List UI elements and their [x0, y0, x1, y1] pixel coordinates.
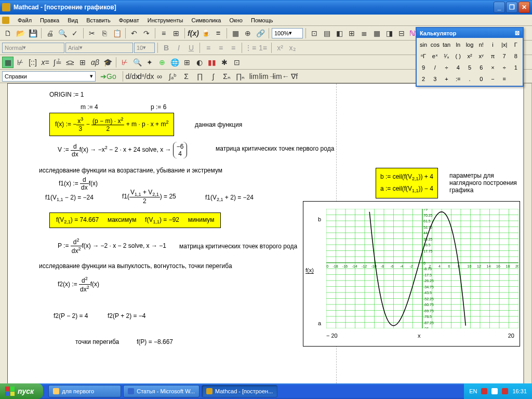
calc-key-tan[interactable]: tan: [441, 39, 452, 50]
calc-key-6[interactable]: 6: [475, 62, 487, 73]
extremum-box[interactable]: f(V2,1) = 74.667 максимум f(V1,1) = −92 …: [49, 212, 221, 228]
worksheet[interactable]: ORIGIN := 1 m := 4 p := 6 f(x) := −x33 −…: [7, 83, 524, 387]
symbolic-palette-button[interactable]: 🎓: [102, 57, 113, 68]
calc-key-xʸ[interactable]: xʸ: [475, 50, 487, 62]
gt-surface-button[interactable]: 🌐: [169, 57, 180, 68]
f2-def[interactable]: f2(x) := d2dx2f(x): [58, 276, 99, 293]
gt-3dscatter-button[interactable]: ◐: [194, 57, 205, 68]
eval-palette-button[interactable]: x=: [39, 57, 51, 68]
sum-m-button[interactable]: Σ: [181, 71, 192, 82]
calculator-palette[interactable]: Калькулятор ⊠ sincostanlnlogn!i|x|ΓⁿΓeˣ¹…: [416, 27, 524, 87]
calc-key-Γ[interactable]: Γ: [510, 39, 522, 50]
inflection-value[interactable]: f(P) = −8.667: [137, 338, 173, 345]
calc-key-÷[interactable]: ÷: [441, 62, 452, 73]
calc-key-9[interactable]: 9: [418, 62, 429, 73]
tb-icon5[interactable]: ≣: [358, 28, 370, 39]
calc-key-( )[interactable]: ( ): [453, 50, 464, 62]
tb-icon1[interactable]: ⊡: [309, 28, 320, 39]
limit-right-button[interactable]: lim→: [262, 71, 273, 82]
hyperlink-button[interactable]: 🔗: [255, 28, 266, 39]
calc-key-2[interactable]: 2: [418, 73, 429, 85]
gt-vector-button[interactable]: ✱: [219, 57, 230, 68]
ref-button[interactable]: ⊕: [242, 28, 254, 39]
undo-button[interactable]: ↶: [128, 28, 140, 39]
underline-button[interactable]: U: [185, 42, 197, 54]
align2-button[interactable]: ⊞: [170, 28, 182, 39]
cut-button[interactable]: ✂: [86, 28, 98, 39]
gt-xy-button[interactable]: ⊬: [119, 57, 130, 68]
menu-tools[interactable]: Инструменты: [143, 16, 188, 24]
greek-palette-button[interactable]: αβ: [89, 57, 101, 68]
menu-edit[interactable]: Правка: [36, 16, 63, 24]
gt-trace-button[interactable]: ✦: [144, 57, 155, 68]
f2-eval-minus[interactable]: f2(P − 2) = 4: [54, 312, 88, 320]
calc-key-.[interactable]: .: [464, 73, 475, 85]
maximize-button[interactable]: ❐: [506, 2, 517, 13]
align-right-button[interactable]: ≡: [228, 42, 239, 54]
subscript-button[interactable]: x₂: [287, 42, 298, 54]
limit-left-button[interactable]: lim←: [275, 71, 287, 82]
new-button[interactable]: 🗋: [2, 28, 14, 39]
calc-key-7[interactable]: 7: [499, 50, 510, 62]
system-tray[interactable]: EN 16:31: [464, 383, 532, 399]
superscript-button[interactable]: x²: [274, 42, 286, 54]
tb-icon6[interactable]: ▦: [371, 28, 382, 39]
gt-bar-button[interactable]: ▮▮: [206, 57, 218, 68]
menu-window[interactable]: Окно: [225, 16, 247, 24]
zoom-combo[interactable]: 100% ▾: [272, 28, 303, 38]
calc-key-:=[interactable]: :=: [453, 73, 464, 85]
start-button[interactable]: пуск: [0, 383, 43, 399]
limit-button[interactable]: lim: [248, 71, 260, 82]
tb-icon3[interactable]: ◧: [334, 28, 345, 39]
p-def-region[interactable]: P := d2dx2f(x) → −2 · x − 2 solve, x → −…: [58, 237, 166, 255]
calc-key-=[interactable]: =: [499, 73, 510, 85]
calc-button[interactable]: =: [212, 28, 224, 39]
calc-key-¹⁄ₓ[interactable]: ¹⁄ₓ: [441, 50, 452, 62]
gt-contour-button[interactable]: ⊞: [181, 57, 193, 68]
minimize-button[interactable]: _: [494, 2, 505, 13]
grad-button[interactable]: ∇f: [289, 71, 300, 82]
bold-button[interactable]: B: [161, 42, 172, 54]
menu-symbolics[interactable]: Символика: [187, 16, 225, 24]
graph-params[interactable]: b := ceil(f(V2,1)) + 4 a := ceil(f(V1,1)…: [376, 168, 438, 198]
calc-key-−[interactable]: −: [487, 73, 498, 85]
calc-key-×[interactable]: ×: [487, 62, 498, 73]
doc-icon[interactable]: [2, 17, 9, 24]
font-combo[interactable]: Arial ▾: [65, 43, 133, 53]
copy-button[interactable]: ⎘: [99, 28, 110, 39]
calc-key-ⁿΓ[interactable]: ⁿΓ: [418, 50, 429, 62]
calc-key-1[interactable]: 1: [510, 62, 522, 73]
v-scrollbar[interactable]: [524, 83, 532, 387]
taskbar-item-folder[interactable]: для первого: [48, 385, 121, 397]
tb-icon2[interactable]: ▤: [321, 28, 332, 39]
tb-icon4[interactable]: ⊞: [346, 28, 357, 39]
tb-icon8[interactable]: ⊟: [396, 28, 407, 39]
calc-key-÷[interactable]: ÷: [499, 62, 510, 73]
nderiv-button[interactable]: dⁿ/dx: [140, 71, 152, 82]
menu-file[interactable]: Файл: [14, 16, 36, 24]
boolean-palette-button[interactable]: ≤≥: [64, 57, 76, 68]
bullets-button[interactable]: ⋮≡: [245, 42, 256, 54]
prod-button[interactable]: ∏ₙ: [235, 71, 246, 82]
p-def[interactable]: p := 6: [151, 103, 166, 111]
align-button[interactable]: ≡: [158, 28, 169, 39]
fx-button[interactable]: f(x): [188, 28, 199, 39]
calc-palette-button[interactable]: ▦: [2, 57, 14, 68]
calc-key-sin[interactable]: sin: [418, 39, 429, 50]
print-button[interactable]: 🖨: [44, 28, 56, 39]
origin-def[interactable]: ORIGIN := 1: [49, 91, 84, 98]
calc-key-eˣ[interactable]: eˣ: [429, 50, 441, 62]
italic-button[interactable]: I: [173, 42, 184, 54]
v-def[interactable]: V := ddxf(x) → −x2 − 2 · x + 24 solve, x…: [58, 142, 187, 158]
align-left-button[interactable]: ≡: [203, 42, 214, 54]
integral-button[interactable]: ∫ₐᵇ: [167, 71, 179, 82]
gt-zoom-button[interactable]: 🔍: [131, 57, 143, 68]
calc-key-/[interactable]: /: [429, 62, 441, 73]
style-combo[interactable]: Normal ▾: [2, 43, 64, 53]
prod-m-button[interactable]: ∏: [194, 71, 206, 82]
menu-view[interactable]: Вид: [63, 16, 82, 24]
go-button[interactable]: ➔ Go: [98, 71, 119, 82]
calc-key-5[interactable]: 5: [464, 62, 475, 73]
clock[interactable]: 16:31: [512, 388, 527, 394]
deriv-button[interactable]: d/dx: [127, 71, 138, 82]
